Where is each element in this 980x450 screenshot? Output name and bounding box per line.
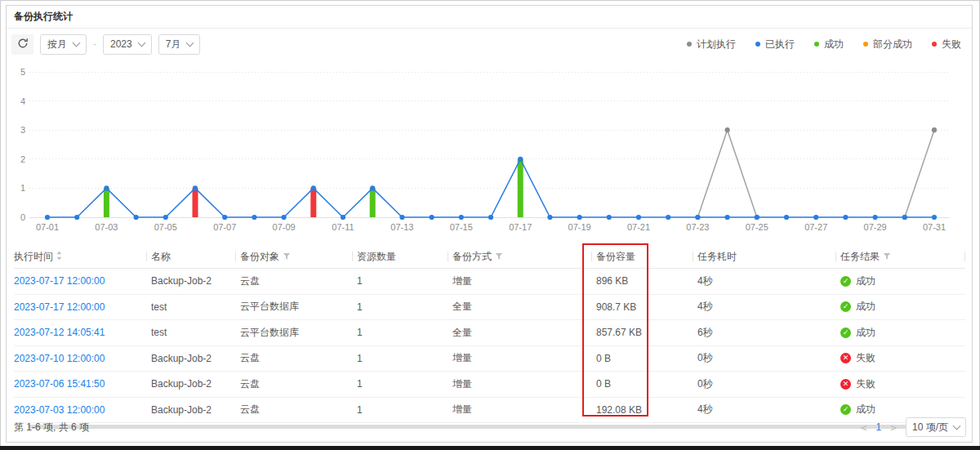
column-header-3: 资源数量 xyxy=(352,245,448,269)
current-page-button[interactable]: 1 xyxy=(875,421,881,433)
cell-task-result: ✕失败 xyxy=(835,372,965,398)
cell-backup-size: 0 B xyxy=(591,345,693,372)
cell-resource-count: 1 xyxy=(352,345,448,372)
legend-dot-icon xyxy=(814,42,819,47)
cell-name: test xyxy=(146,320,235,346)
legend: 计划执行已执行成功部分成功失败 xyxy=(687,29,961,60)
column-header-label: 执行时间 xyxy=(14,251,53,262)
status-label: 失败 xyxy=(856,351,875,365)
cell-task-result: ✕失败 xyxy=(835,345,965,372)
legend-item-label: 部分成功 xyxy=(873,38,912,51)
legend-item-4[interactable]: 失败 xyxy=(932,38,961,51)
filter-icon[interactable] xyxy=(495,252,503,263)
backup-statistics-panel: 备份执行统计 按月 - 2023 7月 计划执行已执行成功部分成功失败 0123… xyxy=(6,5,973,443)
cell-task-result: ✓成功 xyxy=(835,269,965,295)
cell-execution-time: 2023-07-10 12:00:00 xyxy=(14,345,146,372)
column-header-label: 任务结果 xyxy=(840,251,880,262)
status-label: 成功 xyxy=(856,300,875,314)
period-select[interactable]: 按月 xyxy=(40,34,87,55)
column-separator xyxy=(693,252,693,261)
column-header-label: 名称 xyxy=(151,251,171,262)
svg-text:07-27: 07-27 xyxy=(804,222,827,232)
sort-icon[interactable] xyxy=(56,252,62,263)
legend-item-1[interactable]: 已执行 xyxy=(755,38,795,51)
column-separator xyxy=(964,252,965,261)
column-header-0[interactable]: 执行时间 xyxy=(14,245,146,269)
next-page-button[interactable]: > xyxy=(890,421,897,434)
column-header-7[interactable]: 任务结果 xyxy=(835,245,965,269)
toolbar: 按月 - 2023 7月 计划执行已执行成功部分成功失败 xyxy=(7,29,972,60)
page-size-value: 10 项/页 xyxy=(912,421,948,434)
page-title: 备份执行统计 xyxy=(7,6,972,29)
cell-execution-time: 2023-07-06 15:41:50 xyxy=(14,372,146,398)
status-badge: ✓成功 xyxy=(840,300,875,314)
execution-time-link[interactable]: 2023-07-12 14:05:41 xyxy=(14,327,105,338)
cell-backup-size: 0 B xyxy=(591,372,693,398)
column-header-4[interactable]: 备份方式 xyxy=(448,245,591,269)
column-separator xyxy=(352,252,353,261)
cell-task-duration: 0秒 xyxy=(693,372,835,398)
table-footer: 第 1-6 项, 共 6 项 < 1 > 10 项/页 xyxy=(7,417,972,438)
execution-time-link[interactable]: 2023-07-03 12:00:00 xyxy=(14,404,105,416)
legend-item-0[interactable]: 计划执行 xyxy=(687,38,736,51)
column-separator xyxy=(146,252,147,261)
status-label: 成功 xyxy=(856,274,875,288)
legend-item-label: 计划执行 xyxy=(697,38,736,51)
column-header-label: 备份对象 xyxy=(240,251,279,262)
svg-text:07-29: 07-29 xyxy=(864,222,887,232)
cell-backup-target: 云盘 xyxy=(235,269,352,295)
column-header-label: 备份方式 xyxy=(452,251,492,262)
month-select[interactable]: 7月 xyxy=(158,34,201,55)
svg-text:07-17: 07-17 xyxy=(509,222,532,232)
execution-time-link[interactable]: 2023-07-10 12:00:00 xyxy=(14,353,105,364)
table-row: 2023-07-17 12:00:00Backup-Job-2云盘1增量896 … xyxy=(14,269,965,295)
execution-time-link[interactable]: 2023-07-17 12:00:00 xyxy=(14,301,105,313)
filter-icon[interactable] xyxy=(283,252,291,263)
column-header-1: 名称 xyxy=(146,245,235,269)
status-badge: ✓成功 xyxy=(840,274,875,288)
execution-time-link[interactable]: 2023-07-17 12:00:00 xyxy=(14,275,105,287)
cell-resource-count: 1 xyxy=(352,269,448,295)
cell-task-result: ✓成功 xyxy=(835,320,965,346)
backup-statistics-chart: 01234507-0107-0307-0507-0707-0907-1107-1… xyxy=(7,66,972,234)
legend-item-label: 失败 xyxy=(942,38,961,51)
success-icon: ✓ xyxy=(840,276,851,287)
chevron-down-icon xyxy=(73,38,81,47)
chevron-down-icon xyxy=(137,38,145,47)
column-separator xyxy=(448,252,448,261)
table-row: 2023-07-10 12:00:00Backup-Job-2云盘1增量0 B0… xyxy=(14,345,965,372)
filter-icon[interactable] xyxy=(883,252,891,263)
prev-page-button[interactable]: < xyxy=(861,421,867,434)
svg-text:07-07: 07-07 xyxy=(213,222,236,232)
column-header-2[interactable]: 备份对象 xyxy=(235,245,352,269)
cell-backup-method: 增量 xyxy=(448,269,591,295)
svg-text:07-23: 07-23 xyxy=(686,222,709,232)
period-select-value: 按月 xyxy=(47,38,67,51)
svg-text:07-05: 07-05 xyxy=(154,222,177,232)
legend-item-2[interactable]: 成功 xyxy=(814,38,844,51)
table-header-row: 执行时间名称备份对象资源数量备份方式备份容量任务耗时任务结果 xyxy=(14,245,965,269)
status-label: 失败 xyxy=(856,377,875,391)
year-select[interactable]: 2023 xyxy=(103,34,152,55)
legend-item-3[interactable]: 部分成功 xyxy=(863,38,912,51)
fail-icon: ✕ xyxy=(840,379,851,390)
status-badge: ✓成功 xyxy=(840,403,875,417)
column-header-label: 资源数量 xyxy=(357,251,396,262)
cell-task-duration: 6秒 xyxy=(693,320,835,346)
column-header-label: 备份容量 xyxy=(596,251,635,262)
status-badge: ✕失败 xyxy=(840,351,875,365)
table-row: 2023-07-17 12:00:00test云平台数据库1全量908.7 KB… xyxy=(14,294,965,320)
execution-time-link[interactable]: 2023-07-06 15:41:50 xyxy=(14,378,105,390)
chart-area: 01234507-0107-0307-0507-0707-0907-1107-1… xyxy=(7,66,972,234)
month-select-value: 7月 xyxy=(166,38,181,51)
svg-text:1: 1 xyxy=(20,183,25,193)
refresh-button[interactable] xyxy=(11,34,33,55)
column-header-label: 任务耗时 xyxy=(697,251,737,262)
cell-name: test xyxy=(146,294,235,320)
status-label: 成功 xyxy=(856,326,875,340)
svg-text:07-11: 07-11 xyxy=(332,222,354,232)
status-badge: ✓成功 xyxy=(840,326,875,340)
svg-text:07-01: 07-01 xyxy=(36,222,59,232)
cell-backup-target: 云盘 xyxy=(235,345,352,372)
page-size-select[interactable]: 10 项/页 xyxy=(906,417,966,437)
